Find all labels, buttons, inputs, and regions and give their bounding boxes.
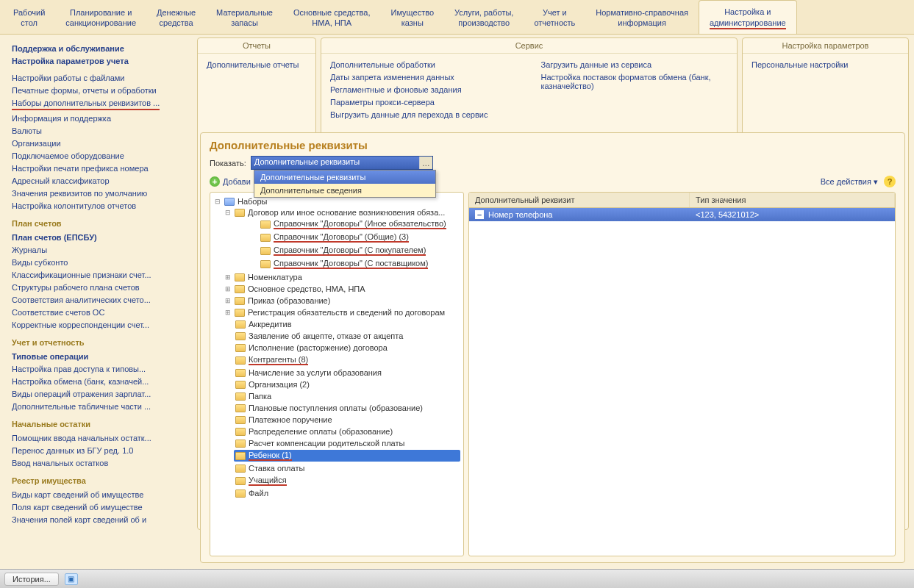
panel-link[interactable]: Выгрузить данные для перехода в сервис: [330, 108, 518, 121]
panel-link[interactable]: Персональные настройки: [751, 58, 899, 71]
folder-icon: [235, 381, 246, 389]
windows-icon[interactable]: ▣: [65, 573, 78, 585]
sidebar-link[interactable]: Настройка колонтитулов отчетов: [12, 199, 185, 212]
folder-icon: [235, 356, 246, 365]
tab-services[interactable]: Услуги, работы, производство: [444, 0, 524, 34]
sidebar-link[interactable]: Настройка прав доступа к типовы...: [12, 362, 185, 375]
dropdown-item[interactable]: Дополнительные реквизиты: [254, 171, 435, 184]
filter-select[interactable]: Дополнительные реквизиты …: [251, 156, 433, 170]
sidebar-link[interactable]: Адресный классификатор: [12, 174, 185, 187]
panel-link[interactable]: Параметры прокси-сервера: [330, 96, 518, 108]
expand-icon[interactable]: ⊞: [225, 285, 232, 293]
panel-link[interactable]: Регламентные и фоновые задания: [330, 83, 518, 96]
sidebar-link[interactable]: Классификационные признаки счет...: [12, 268, 185, 281]
panel-link[interactable]: Загрузить данные из сервиса: [541, 58, 729, 71]
dropdown-item[interactable]: Дополнительные сведения: [254, 184, 435, 197]
tree-node-label[interactable]: Начисление за услуги образования: [249, 368, 382, 377]
sidebar-link[interactable]: Помощник ввода начальных остатк...: [12, 431, 185, 444]
tree-node-label[interactable]: Справочник "Договоры" (Иное обязательств…: [274, 219, 446, 229]
sidebar-link[interactable]: Значения реквизитов по умолчанию: [12, 187, 185, 199]
tree-node-label[interactable]: Основное средство, НМА, НПА: [248, 284, 365, 293]
tree-node-label-selected[interactable]: Ребенок (1): [249, 451, 292, 461]
tree-node-label[interactable]: Ставка оплаты: [249, 464, 304, 473]
history-button[interactable]: История...: [4, 573, 59, 586]
sidebar-link[interactable]: Организации: [12, 137, 185, 149]
sidebar: Поддержка и обслуживание Настройка парам…: [4, 37, 193, 530]
sidebar-link[interactable]: Подключаемое оборудование: [12, 149, 185, 162]
sidebar-link[interactable]: Настройки печати префикса номера: [12, 162, 185, 174]
expand-icon[interactable]: ⊞: [225, 297, 232, 304]
tree-node-label[interactable]: Плановые поступления оплаты (образование…: [249, 404, 423, 412]
tree-node-label[interactable]: Номенклатура: [248, 273, 302, 282]
tree-node-label[interactable]: Приказ (образование): [248, 296, 330, 305]
sidebar-link[interactable]: Валюты: [12, 124, 185, 137]
sidebar-link[interactable]: Настройки работы с файлами: [12, 71, 185, 84]
sidebar-link[interactable]: Значения полей карт сведений об и: [12, 513, 185, 526]
tab-cash[interactable]: Денежные средства: [146, 0, 206, 34]
panel-link[interactable]: Даты запрета изменения данных: [330, 71, 518, 83]
table-row-selected[interactable]: –Номер телефона <123, 54321012>: [469, 208, 895, 221]
all-actions-button[interactable]: Все действия ▾: [821, 177, 878, 187]
tab-reference[interactable]: Нормативно-справочная информация: [585, 0, 699, 34]
sidebar-link[interactable]: Структуры рабочего плана счетов: [12, 281, 185, 293]
tree-node-label[interactable]: Аккредитив: [249, 320, 292, 329]
tree-node-label[interactable]: Распределение оплаты (образование): [249, 427, 393, 436]
sidebar-link[interactable]: Информация и поддержка: [12, 112, 185, 124]
tree-view[interactable]: ⊟Наборы ⊟Договор или иное основание возн…: [210, 192, 464, 556]
tab-planning[interactable]: Планирование и санкционирование: [55, 0, 146, 34]
tree-node-label[interactable]: Исполнение (расторжение) договора: [249, 343, 388, 352]
tree-node-label[interactable]: Папка: [249, 392, 271, 401]
tree-node-label[interactable]: Справочник "Договоры" (Общие) (3): [274, 232, 409, 243]
work-area: Дополнительные реквизиты Показать: Допол…: [200, 132, 905, 563]
tree-node-label[interactable]: Расчет компенсации родительской платы: [249, 439, 404, 448]
tree-node-label[interactable]: Наборы: [238, 197, 268, 206]
sidebar-support[interactable]: Поддержка и обслуживание: [12, 42, 185, 54]
sidebar-link[interactable]: Соответствие счетов ОС: [12, 306, 185, 318]
tree-node-label[interactable]: Справочник "Договоры" (С поставщиком): [274, 259, 428, 269]
sidebar-link[interactable]: Корректные корреспонденции счет...: [12, 318, 185, 331]
sidebar-params[interactable]: Настройка параметров учета: [12, 54, 185, 67]
sidebar-link[interactable]: Печатные формы, отчеты и обработки: [12, 84, 185, 96]
sidebar-link[interactable]: Типовые операции: [12, 350, 185, 362]
sidebar-link[interactable]: Виды операций отражения зарплат...: [12, 387, 185, 400]
collapse-icon[interactable]: ⊟: [225, 209, 232, 216]
sidebar-link[interactable]: Соответствия аналитических счето...: [12, 293, 185, 306]
ellipsis-icon[interactable]: …: [419, 157, 432, 169]
tree-node-label[interactable]: Платежное поручение: [249, 415, 332, 424]
sidebar-link[interactable]: Журналы: [12, 243, 185, 256]
panel-link[interactable]: Дополнительные отчеты: [207, 58, 307, 71]
tree-node-label[interactable]: Контрагенты (8): [249, 355, 308, 365]
sidebar-link[interactable]: Дополнительные табличные части ...: [12, 400, 185, 412]
sidebar-link-selected[interactable]: Наборы дополнительных реквизитов ...: [12, 96, 160, 110]
expand-icon[interactable]: ⊞: [225, 309, 232, 316]
tab-treasury[interactable]: Имущество казны: [381, 0, 445, 34]
tab-accounting[interactable]: Учет и отчетность: [524, 0, 585, 34]
sidebar-link[interactable]: План счетов (ЕПСБУ): [12, 231, 185, 243]
tree-node-label[interactable]: Договор или иное основание возникновения…: [248, 208, 445, 217]
panel-link[interactable]: Настройка поставок форматов обмена (банк…: [541, 71, 729, 92]
panel-link[interactable]: Дополнительные обработки: [330, 58, 518, 71]
tree-node-label[interactable]: Организация (2): [249, 380, 310, 389]
tree-node-label[interactable]: Регистрация обязательств и сведений по д…: [248, 308, 445, 317]
sidebar-link[interactable]: Виды субконто: [12, 256, 185, 268]
filter-label: Показать:: [210, 159, 246, 168]
add-button[interactable]: + Добави: [210, 176, 251, 187]
sidebar-link[interactable]: Перенос данных из БГУ ред. 1.0: [12, 444, 185, 456]
tab-materials[interactable]: Материальные запасы: [206, 0, 283, 34]
sidebar-link[interactable]: Настройка обмена (банк, казначей...: [12, 375, 185, 387]
help-icon[interactable]: ?: [884, 176, 896, 187]
table-header[interactable]: Дополнительный реквизит: [469, 193, 690, 207]
expand-icon[interactable]: ⊞: [225, 273, 232, 281]
tree-node-label[interactable]: Учащийся: [249, 476, 287, 486]
tree-node-label[interactable]: Заявление об акцепте, отказе от акцепта: [249, 331, 403, 340]
sidebar-link[interactable]: Поля карт сведений об имуществе: [12, 501, 185, 513]
sidebar-link[interactable]: Виды карт сведений об имуществе: [12, 488, 185, 501]
tree-node-label[interactable]: Справочник "Договоры" (С покупателем): [274, 245, 426, 256]
collapse-icon[interactable]: ⊟: [215, 198, 221, 205]
tab-assets[interactable]: Основные средства, НМА, НПА: [283, 0, 381, 34]
tree-node-label[interactable]: Файл: [249, 489, 268, 498]
tab-desktop[interactable]: Рабочий стол: [3, 0, 55, 34]
sidebar-link[interactable]: Ввод начальных остатков: [12, 456, 185, 469]
tab-admin[interactable]: Настройка и администрирование: [699, 0, 797, 34]
table-header[interactable]: Тип значения: [690, 193, 895, 207]
